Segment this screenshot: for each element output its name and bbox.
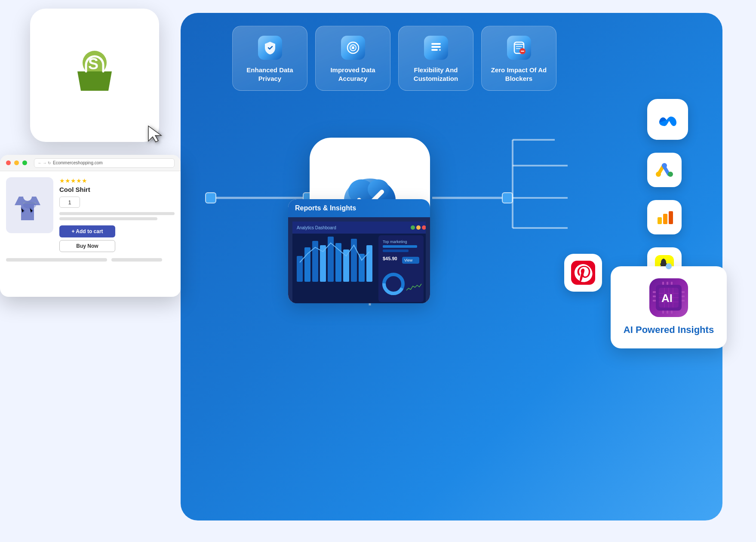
shopify-logo: S (65, 41, 125, 109)
product-image (6, 177, 53, 233)
browser-dot-red (6, 160, 11, 165)
svg-point-44 (416, 225, 421, 230)
svg-point-39 (23, 202, 36, 209)
product-stars: ★★★★★ (59, 177, 175, 184)
reports-title: Reports & Insights (295, 204, 356, 212)
flexibility-icon (424, 36, 448, 60)
desc-line-1 (59, 212, 175, 215)
svg-rect-18 (439, 49, 441, 51)
product-name: Cool Shirt (59, 186, 175, 193)
ai-insights-label: AI Powered Insights (624, 324, 714, 336)
ai-chip-icon: AI (649, 278, 688, 317)
svg-rect-81 (671, 282, 673, 285)
svg-rect-4 (502, 193, 513, 203)
add-to-cart-button[interactable]: + Add to cart (59, 225, 115, 237)
browser-url-bar: ← → ↻ Ecommerceshopping.com (34, 158, 175, 168)
svg-rect-74 (653, 296, 656, 297)
svg-point-30 (662, 163, 667, 168)
feature-card-adblockers: Zero Impact Of Ad Blockers (481, 26, 556, 91)
pinterest-icon (564, 254, 602, 292)
feature-card-accuracy: Improved Data Accuracy (315, 26, 390, 91)
browser-dot-green (22, 160, 27, 165)
buy-now-button[interactable]: Buy Now (59, 240, 115, 252)
bottom-line-2 (111, 258, 162, 262)
svg-rect-16 (431, 46, 441, 48)
ai-card-dot (666, 263, 672, 269)
feature-card-flexibility: Flexibility And Customization (398, 26, 473, 91)
accuracy-icon (341, 36, 365, 60)
svg-rect-79 (662, 282, 664, 285)
adblockers-label: Zero Impact Of Ad Blockers (489, 66, 549, 83)
ai-insights-card: AI AI Powered Insights (611, 266, 727, 348)
svg-rect-84 (671, 311, 673, 314)
feature-cards-container: Enhanced Data Privacy Improved Data Accu… (232, 26, 556, 91)
privacy-label: Enhanced Data Privacy (240, 66, 300, 83)
svg-rect-51 (335, 243, 341, 282)
browser-bottom (0, 258, 181, 268)
svg-text:AI: AI (661, 292, 673, 305)
browser-window: ← → ↻ Ecommerceshopping.com ★★★★★ Cool S… (0, 155, 181, 297)
bottom-line-1 (6, 258, 107, 262)
feature-card-privacy: Enhanced Data Privacy (232, 26, 307, 91)
svg-rect-32 (663, 214, 667, 224)
browser-content: ★★★★★ Cool Shirt 1 + Add to cart Buy Now (0, 171, 181, 258)
svg-rect-33 (669, 211, 673, 224)
reports-header: Reports & Insights (288, 199, 430, 217)
svg-rect-55 (366, 245, 372, 282)
browser-dot-yellow (14, 160, 19, 165)
svg-text:Top marketing: Top marketing (383, 240, 407, 244)
svg-rect-73 (653, 291, 656, 293)
privacy-icon (258, 36, 282, 60)
svg-rect-78 (682, 300, 685, 302)
adblockers-icon (507, 36, 531, 60)
reports-body: Analytics Dashboard Top market (288, 217, 430, 303)
reports-chart: Analytics Dashboard Top market (292, 222, 426, 303)
svg-rect-17 (431, 49, 438, 51)
cursor (146, 125, 163, 148)
svg-rect-58 (383, 245, 417, 248)
svg-rect-75 (653, 300, 656, 302)
svg-rect-82 (662, 311, 664, 314)
svg-rect-83 (667, 311, 668, 314)
product-qty: 1 (59, 197, 80, 208)
shopify-card: S (30, 9, 159, 142)
meta-icon (647, 99, 688, 140)
svg-rect-1 (206, 193, 216, 203)
url-text: Ecommerceshopping.com (53, 160, 103, 165)
svg-text:View: View (404, 258, 413, 262)
social-icons-container (647, 99, 688, 282)
svg-rect-31 (658, 217, 662, 224)
reports-card: Reports & Insights Analytics Dashboard (288, 199, 430, 303)
analytics-icon (647, 200, 682, 234)
svg-rect-15 (431, 43, 441, 45)
accuracy-label: Improved Data Accuracy (323, 66, 383, 83)
svg-point-28 (668, 172, 673, 177)
svg-text:$45.90: $45.90 (383, 256, 397, 261)
svg-rect-77 (682, 296, 685, 297)
flexibility-label: Flexibility And Customization (406, 66, 466, 83)
product-details: ★★★★★ Cool Shirt 1 + Add to cart Buy Now (59, 177, 175, 252)
desc-line-2 (59, 217, 157, 220)
google-ads-icon (647, 153, 682, 187)
svg-rect-80 (667, 282, 668, 285)
svg-rect-59 (383, 249, 409, 252)
svg-text:Analytics Dashboard: Analytics Dashboard (297, 225, 336, 230)
svg-rect-76 (682, 291, 685, 293)
browser-bar: ← → ↻ Ecommerceshopping.com (0, 155, 181, 171)
product-description-lines (59, 212, 175, 220)
svg-point-29 (656, 172, 661, 177)
svg-point-43 (411, 225, 415, 230)
